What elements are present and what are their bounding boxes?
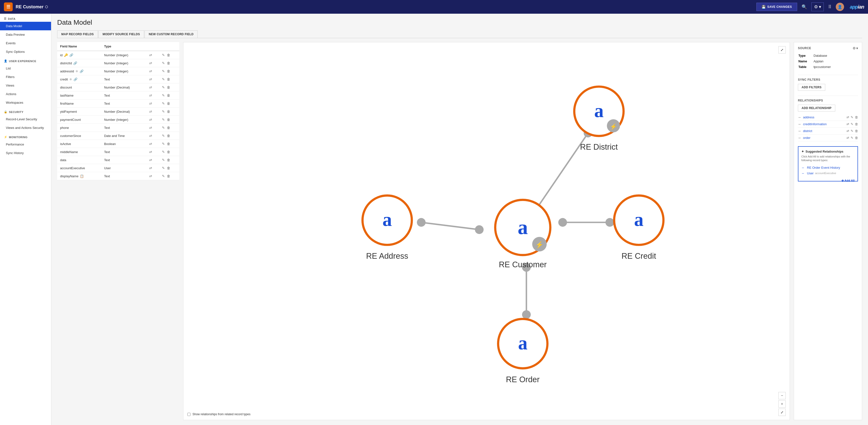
add-relationship-button[interactable]: ADD RELATIONSHIP bbox=[798, 105, 835, 112]
edit-icon[interactable]: ✎ bbox=[162, 110, 165, 113]
delete-icon[interactable]: 🗑 bbox=[167, 77, 170, 81]
tab-new-custom-record-field[interactable]: NEW CUSTOM RECORD FIELD bbox=[145, 30, 197, 38]
tab-map-record-fields[interactable]: MAP RECORD FIELDS bbox=[57, 30, 98, 38]
delete-icon[interactable]: 🗑 bbox=[167, 118, 170, 121]
rel-delete-icon-order[interactable]: 🗑 bbox=[855, 136, 858, 140]
link-icon[interactable]: 🔗 bbox=[80, 69, 84, 73]
sync-icon[interactable]: ⇄ bbox=[149, 150, 152, 154]
zoom-out-button[interactable]: + bbox=[778, 400, 786, 408]
delete-icon[interactable]: 🗑 bbox=[167, 69, 170, 73]
show-relationships-checkbox[interactable] bbox=[187, 413, 190, 416]
settings-button[interactable]: ⚙ ▾ bbox=[811, 2, 824, 11]
sidebar-item-performance[interactable]: Performance bbox=[0, 140, 51, 149]
link-icon[interactable]: 🔗 bbox=[69, 53, 73, 57]
edit-icon[interactable]: ✎ bbox=[162, 61, 165, 65]
sync-icon[interactable]: ⇄ bbox=[149, 77, 152, 81]
sync-icon[interactable]: ⇄ bbox=[149, 174, 152, 178]
edit-icon[interactable]: ✎ bbox=[162, 142, 165, 146]
rel-edit-icon-district[interactable]: ✎ bbox=[851, 129, 854, 133]
delete-icon[interactable]: 🗑 bbox=[167, 85, 170, 89]
delete-icon[interactable]: 🗑 bbox=[167, 166, 170, 170]
edit-icon[interactable]: ✎ bbox=[162, 93, 165, 97]
delete-icon[interactable]: 🗑 bbox=[167, 126, 170, 130]
edit-icon[interactable]: ✎ bbox=[162, 158, 165, 162]
sidebar-item-views-security[interactable]: Views and Actions Security bbox=[0, 123, 51, 132]
rel-sync-icon-order[interactable]: ⇄ bbox=[846, 136, 849, 140]
rel-sync-icon-creditinfo[interactable]: ⇄ bbox=[846, 122, 849, 126]
show-relationships-control[interactable]: Show relationships from related record t… bbox=[187, 413, 250, 416]
edit-icon[interactable]: ✎ bbox=[162, 150, 165, 154]
sync-icon[interactable]: ⇄ bbox=[149, 102, 152, 105]
rel-sync-icon-address[interactable]: ⇄ bbox=[846, 115, 849, 119]
sidebar-item-sync-history[interactable]: Sync History bbox=[0, 149, 51, 157]
source-settings-button[interactable]: ⚙ ▾ bbox=[852, 46, 858, 50]
external-link-icon[interactable]: ⬡ bbox=[45, 5, 48, 9]
relationship-name-order[interactable]: order bbox=[803, 136, 810, 140]
add-all-button[interactable]: Add All bbox=[841, 179, 855, 182]
rel-edit-icon-creditinfo[interactable]: ✎ bbox=[851, 122, 854, 126]
rel-edit-icon-address[interactable]: ✎ bbox=[851, 115, 854, 119]
edit-icon[interactable]: ✎ bbox=[162, 85, 165, 89]
diagram-expand-button[interactable]: ⤢ bbox=[778, 46, 786, 54]
sync-icon[interactable]: ⇄ bbox=[149, 69, 152, 73]
link-icon[interactable]: 🔗 bbox=[73, 61, 77, 65]
edit-icon[interactable]: ✎ bbox=[162, 53, 165, 57]
sidebar-item-actions[interactable]: Actions bbox=[0, 90, 51, 98]
sidebar-item-filters[interactable]: Filters bbox=[0, 73, 51, 81]
rel-sync-icon-district[interactable]: ⇄ bbox=[846, 129, 849, 133]
rel-delete-icon-address[interactable]: 🗑 bbox=[855, 115, 858, 119]
delete-icon[interactable]: 🗑 bbox=[167, 53, 170, 57]
sync-icon[interactable]: ⇄ bbox=[149, 85, 152, 89]
edit-icon[interactable]: ✎ bbox=[162, 174, 165, 178]
sidebar-item-data-preview[interactable]: Data Preview bbox=[0, 30, 51, 39]
tab-modify-source-fields[interactable]: MODIFY SOURCE FIELDS bbox=[98, 30, 144, 38]
sync-icon[interactable]: ⇄ bbox=[149, 142, 152, 146]
sync-icon[interactable]: ⇄ bbox=[149, 118, 152, 121]
rel-delete-icon-district[interactable]: 🗑 bbox=[855, 129, 858, 133]
sidebar-item-list[interactable]: List bbox=[0, 64, 51, 73]
sidebar-item-events[interactable]: Events bbox=[0, 39, 51, 48]
zoom-in-button[interactable]: − bbox=[778, 392, 786, 399]
edit-icon[interactable]: ✎ bbox=[162, 77, 165, 81]
sidebar-item-workspaces[interactable]: Workspaces bbox=[0, 98, 51, 107]
edit-icon[interactable]: ✎ bbox=[162, 126, 165, 130]
delete-icon[interactable]: 🗑 bbox=[167, 61, 170, 65]
relationship-name-district[interactable]: district bbox=[803, 129, 812, 133]
edit-icon[interactable]: ✎ bbox=[162, 166, 165, 170]
sync-icon[interactable]: ⇄ bbox=[149, 53, 152, 57]
edit-icon[interactable]: ✎ bbox=[162, 118, 165, 121]
delete-icon[interactable]: 🗑 bbox=[167, 134, 170, 138]
search-button[interactable]: 🔍 bbox=[800, 3, 808, 11]
grid-button[interactable]: ⠿ bbox=[827, 3, 833, 11]
link-icon[interactable]: 🔗 bbox=[73, 78, 78, 81]
rel-delete-icon-creditinfo[interactable]: 🗑 bbox=[855, 122, 858, 126]
edit-icon[interactable]: ✎ bbox=[162, 69, 165, 73]
sidebar-item-sync-options[interactable]: Sync Options bbox=[0, 48, 51, 56]
delete-icon[interactable]: 🗑 bbox=[167, 150, 170, 154]
sidebar-item-record-security[interactable]: Record-Level Security bbox=[0, 115, 51, 123]
rel-edit-icon-order[interactable]: ✎ bbox=[851, 136, 854, 140]
delete-icon[interactable]: 🗑 bbox=[167, 93, 170, 97]
sync-icon[interactable]: ⇄ bbox=[149, 126, 152, 130]
delete-icon[interactable]: 🗑 bbox=[167, 158, 170, 162]
delete-icon[interactable]: 🗑 bbox=[167, 102, 170, 105]
edit-icon[interactable]: ✎ bbox=[162, 102, 165, 105]
sidebar-item-data-model[interactable]: Data Model bbox=[0, 22, 51, 30]
sidebar-item-views[interactable]: Views bbox=[0, 81, 51, 90]
delete-icon[interactable]: 🗑 bbox=[167, 174, 170, 178]
save-changes-button[interactable]: 💾 SAVE CHANGES bbox=[756, 3, 797, 11]
sync-icon[interactable]: ⇄ bbox=[149, 134, 152, 138]
sync-icon[interactable]: ⇄ bbox=[149, 110, 152, 113]
relationship-name-address[interactable]: address bbox=[803, 115, 814, 119]
sync-icon[interactable]: ⇄ bbox=[149, 166, 152, 170]
diagram-fullscreen-button[interactable]: ⤢ bbox=[778, 408, 786, 416]
sync-icon[interactable]: ⇄ bbox=[149, 158, 152, 162]
suggested-name-user[interactable]: User bbox=[807, 171, 813, 175]
edit-icon[interactable]: ✎ bbox=[162, 134, 165, 138]
delete-icon[interactable]: 🗑 bbox=[167, 142, 170, 146]
relationship-name-creditinfo[interactable]: creditInformation bbox=[803, 122, 827, 126]
sync-icon[interactable]: ⇄ bbox=[149, 61, 152, 65]
suggested-name-order-history[interactable]: RE Order Event History bbox=[807, 166, 840, 169]
delete-icon[interactable]: 🗑 bbox=[167, 110, 170, 113]
user-avatar[interactable]: 👤 bbox=[836, 3, 844, 11]
